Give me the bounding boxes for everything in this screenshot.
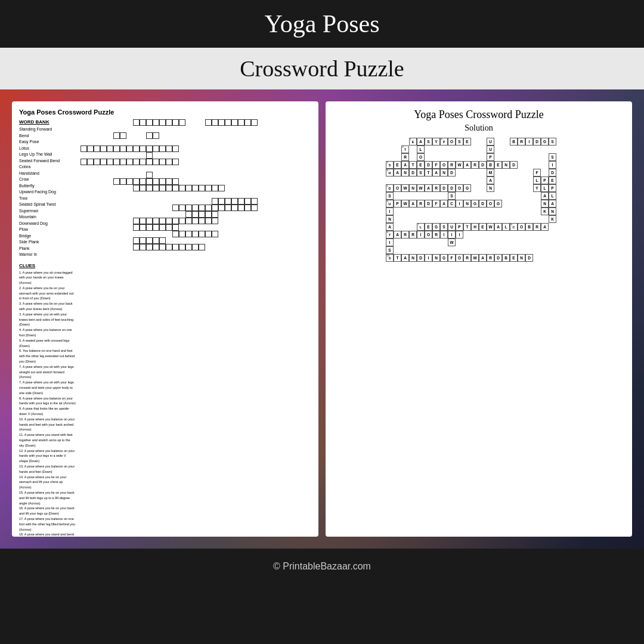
clue-item: 17. A pose where you balance on one foot… [19,516,76,532]
solution-cell [510,208,518,215]
solution-cell [525,239,533,246]
solution-cell [479,231,487,239]
solution-cell [494,324,502,332]
solution-row [378,277,580,285]
solution-cell [401,177,409,184]
solution-cell: L [549,192,556,200]
solution-cell [525,161,533,169]
solution-cell: D [494,254,502,262]
clue-item: 7. A pose where you sit with your legs s… [19,364,76,380]
solution-row: H4ANDSTANDMFD [378,169,580,177]
solution-cell [487,262,494,270]
solution-cell: I [386,239,394,246]
solution-cell [533,200,541,208]
solution-cell [494,270,502,277]
solution-cell [533,161,541,169]
solution-cell [425,215,432,223]
solution-cell [572,285,580,293]
solution-cell [510,145,518,153]
solution-cell: W [401,200,409,208]
solution-cell: W [487,223,494,231]
solution-cell [394,270,401,277]
solution-cell [533,308,541,316]
solution-cell: C8 [510,223,518,231]
solution-cell [556,153,564,161]
clue-item: 16. A pose where you lie on your back an… [19,506,76,516]
solution-cell: D5 [386,184,394,192]
solution-cell: N [549,208,556,215]
solution-cell [479,177,487,184]
solution-cell: W [471,254,479,262]
solution-cell [401,301,409,308]
solution-cell [471,316,479,324]
solution-cell [471,153,479,161]
solution-cell [463,316,471,324]
solution-cell [456,169,463,177]
solution-cell: O [456,184,463,192]
solution-cell [378,177,386,184]
clue-item: 4. A pose where you balance on one foot … [19,327,76,338]
solution-cell: W [401,184,409,192]
word-bank-item: Downward Dog [19,221,76,227]
solution-cell [556,301,564,308]
solution-cell [564,223,572,231]
solution-cell: T [463,223,471,231]
solution-cell [378,153,386,161]
solution-cell [471,138,479,145]
solution-cell [525,145,533,153]
solution-cell: S [549,153,556,161]
solution-cell: B [525,223,533,231]
solution-cell: A [549,200,556,208]
solution-cell: S3 [386,161,394,169]
solution-cell [409,215,417,223]
solution-cell [533,145,541,153]
solution-cell [417,270,425,277]
solution-cell [502,192,510,200]
solution-cell [572,246,580,254]
clue-item: 1. A pose where you sit cross-legged wit… [19,270,76,286]
solution-cell [510,308,518,316]
solution-row [378,301,580,308]
solution-cell [417,177,425,184]
solution-cell [518,153,525,161]
solution-cell [533,270,541,277]
solution-cell [440,239,448,246]
solution-cell: A [417,138,425,145]
word-bank-item: Plank [19,246,76,252]
solution-cell: P [487,153,494,161]
solution-cell: M [487,169,494,177]
solution-cell [533,208,541,215]
solution-cell [533,293,541,301]
solution-cell: Y [432,138,440,145]
solution-cell [479,145,487,153]
solution-cell: S [386,246,394,254]
solution-cell [518,262,525,270]
solution-cell [425,177,432,184]
solution-cell [401,192,409,200]
solution-cell: U6 [386,200,394,208]
solution-cell [556,184,564,192]
solution-cell [572,215,580,223]
solution-cell: I [525,138,533,145]
solution-cell: A [479,254,487,262]
solution-cell [425,262,432,270]
solution-cell [409,308,417,316]
solution-cell [394,308,401,316]
solution-cell [564,308,572,316]
solution-cell: D [417,254,425,262]
solution-cell [417,324,425,332]
solution-cell [494,184,502,192]
solution-cell: I [549,161,556,169]
solution-cell [425,270,432,277]
solution-row [378,270,580,277]
solution-cell [487,293,494,301]
solution-cell [533,262,541,270]
solution-cell [572,254,580,262]
solution-cell [440,215,448,223]
left-panel-heading: Yoga Poses Crossword Puzzle [19,109,311,116]
solution-cell [386,177,394,184]
clue-item: 3. A pose where you sit with your knees … [19,312,76,327]
solution-cell [564,293,572,301]
solution-cell: G [440,254,448,262]
solution-cell [409,246,417,254]
